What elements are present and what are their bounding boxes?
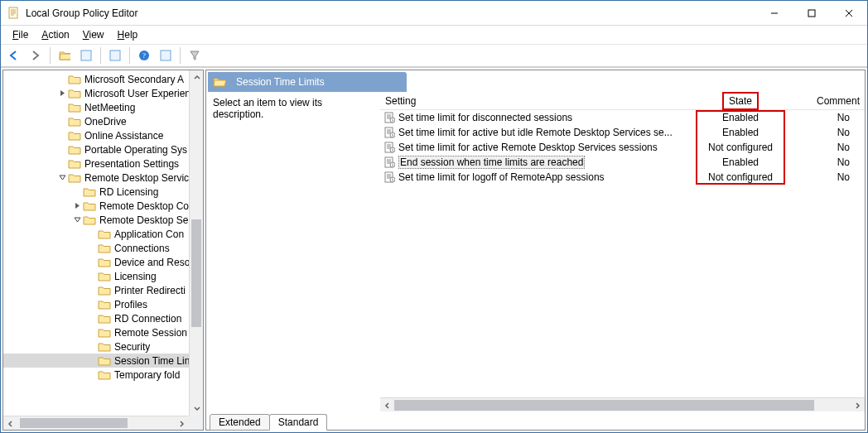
tree-item[interactable]: Online Assistance [3,128,203,142]
tab-extended[interactable]: Extended [210,414,270,431]
column-header-state[interactable]: State [691,92,790,110]
menu-file[interactable]: File [6,27,35,42]
tree-item[interactable]: Session Time Lin [3,354,203,368]
tree-item[interactable]: RD Licensing [3,185,203,199]
tree-item[interactable]: Printer Redirecti [3,283,203,297]
setting-label: Set time limit for active but idle Remot… [398,127,673,138]
up-one-level-button[interactable] [55,46,75,65]
list-row[interactable]: Set time limit for active but idle Remot… [380,125,865,140]
tab-standard[interactable]: Standard [269,414,328,431]
tree-item[interactable]: Remote Desktop Service [3,171,203,185]
scroll-down-button[interactable] [190,402,203,416]
setting-comment: No [790,156,865,168]
column-header-comment[interactable]: Comment [790,95,865,107]
tree-item[interactable]: Profiles [3,297,203,311]
details-tabs: Extended Standard [206,411,865,430]
scroll-thumb[interactable] [394,400,814,411]
tree-item[interactable]: NetMeeting [3,100,203,114]
tree-item[interactable]: Temporary fold [3,368,203,382]
folder-icon [68,116,81,127]
folder-open-icon [213,76,226,88]
tree-item[interactable]: Microsoft User Experien [3,86,203,100]
folder-icon [68,88,81,99]
tree-item-label: Licensing [114,271,157,282]
tree-item[interactable]: OneDrive [3,114,203,128]
tree-horizontal-scrollbar[interactable] [3,416,189,430]
column-header-setting[interactable]: Setting [380,95,691,107]
expand-icon[interactable] [56,89,68,97]
tree-pane: Microsoft Secondary AMicrosoft User Expe… [2,70,204,431]
tree-item-label: RD Connection [114,313,181,325]
folder-icon [98,341,111,353]
policy-icon [383,127,395,138]
filter-button[interactable] [185,46,205,65]
list-row[interactable]: Set time limit for disconnected sessions… [380,110,865,125]
tree-item-label: NetMeeting [84,102,135,113]
folder-icon [98,271,111,282]
tree-item[interactable]: Presentation Settings [3,156,203,171]
description-text: Select an item to view its description. [213,97,322,120]
toolbar-separator [180,47,181,64]
folder-icon [98,313,111,325]
scroll-thumb[interactable] [20,418,128,428]
tree-item[interactable]: Portable Operating Sys [3,142,203,156]
nav-forward-button[interactable] [26,46,46,65]
tree-item-label: Security [114,341,150,353]
show-hide-tree-button[interactable] [76,46,96,65]
tree-item-label: Device and Reso [114,257,190,268]
window-title: Local Group Policy Editor [26,7,755,19]
tree-item[interactable]: Licensing [3,269,203,283]
tree-item[interactable]: RD Connection [3,311,203,325]
tree-item[interactable]: Connections [3,241,203,255]
menubar: File Action View Help [1,26,867,44]
list-horizontal-scrollbar[interactable] [380,397,865,411]
scroll-right-button[interactable] [851,398,865,412]
tree-vertical-scrollbar[interactable] [189,70,203,416]
tree-item-label: Connections [114,243,170,254]
folder-icon [98,257,111,268]
scroll-up-button[interactable] [190,70,203,84]
expand-icon[interactable] [71,202,83,209]
folder-icon [98,285,111,296]
folder-icon [68,158,81,170]
setting-comment: No [790,112,865,123]
tree-item-label: Remote Desktop Se [99,214,188,226]
list-row[interactable]: Set time limit for active Remote Desktop… [380,140,865,155]
tree-item[interactable]: Security [3,339,203,354]
menu-action[interactable]: Action [35,27,75,42]
help-button[interactable] [134,46,154,65]
list-row[interactable]: End session when time limits are reached… [380,155,865,170]
folder-icon [83,200,96,212]
collapse-icon[interactable] [56,174,68,181]
scroll-thumb[interactable] [191,219,201,327]
menu-view[interactable]: View [76,27,111,42]
close-button[interactable] [830,1,867,25]
tree-item-label: Temporary fold [114,369,180,381]
minimize-button[interactable] [755,1,793,25]
tree-item[interactable]: Device and Reso [3,255,203,269]
policy-icon [383,156,395,168]
tree-item[interactable]: Remote Desktop Co [3,199,203,213]
tree-item[interactable]: Microsoft Secondary A [3,72,203,86]
menu-help[interactable]: Help [111,27,145,42]
export-list-button[interactable] [105,46,125,65]
folder-icon [68,172,81,184]
scroll-left-button[interactable] [3,416,17,430]
list-row[interactable]: Set time limit for logoff of RemoteApp s… [380,170,865,185]
setting-label: Set time limit for disconnected sessions [398,112,572,123]
nav-back-button[interactable] [4,46,24,65]
folder-icon [68,144,81,156]
maximize-button[interactable] [793,1,830,25]
toolbar-separator [129,47,130,64]
tree-item[interactable]: Application Con [3,227,203,241]
properties-button[interactable] [156,46,176,65]
tree-item[interactable]: Remote Session [3,325,203,339]
tree-item[interactable]: Remote Desktop Se [3,213,203,227]
scroll-left-button[interactable] [380,398,394,412]
tree-item-label: Application Con [114,229,184,240]
setting-comment: No [790,127,865,138]
policy-icon [383,142,395,153]
collapse-icon[interactable] [71,216,83,224]
tree-item-label: Portable Operating Sys [84,144,187,156]
scroll-right-button[interactable] [175,416,189,430]
